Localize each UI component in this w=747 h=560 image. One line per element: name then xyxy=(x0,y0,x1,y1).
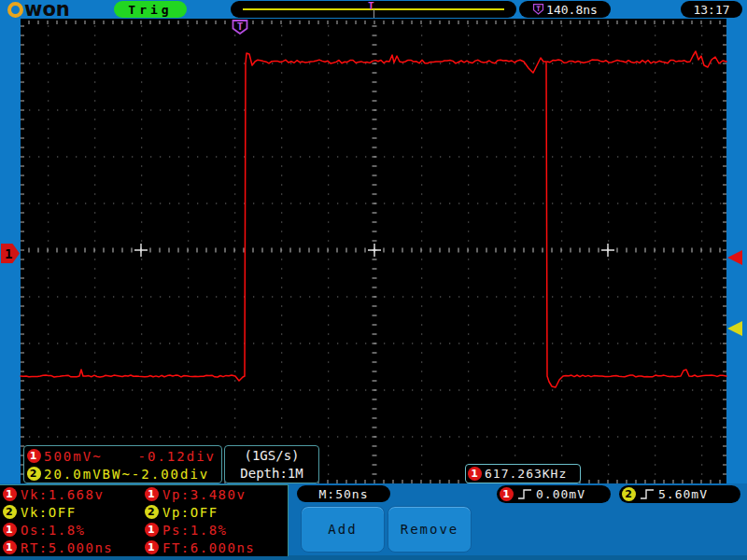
measurement-row: 2 Vk:OFF 2 Vp:OFF xyxy=(0,503,288,521)
trigger-time-readout: T 140.8ns xyxy=(519,1,611,18)
waveform-display-area xyxy=(21,19,726,483)
ch1-settings-row: 1 500mV~ -0.12div xyxy=(27,447,216,465)
ch2-trigger-level-readout: 2 5.60mV xyxy=(619,485,740,503)
svg-text:T: T xyxy=(536,5,541,13)
measurement-row: 1 Os:1.8% 1 Ps:1.8% xyxy=(0,521,288,539)
measurement-rt1: 1 RT:5.000ns xyxy=(0,539,142,556)
sample-rate: (1GS/s) xyxy=(244,447,299,465)
meas-text: Vp:3.480v xyxy=(162,487,246,502)
meas-text: Vk:1.668v xyxy=(21,487,104,502)
meas-text: Vp:OFF xyxy=(162,505,218,520)
meas-badge: 1 xyxy=(3,540,17,554)
measurement-vp1: 1 Vp:3.480v xyxy=(142,485,284,503)
ch1-badge: 1 xyxy=(27,449,41,463)
add-button[interactable]: Add xyxy=(301,506,385,553)
logo-text: won xyxy=(24,1,70,18)
meas-text: Os:1.8% xyxy=(21,523,86,538)
channel1-position-marker: 1 xyxy=(1,244,20,263)
meas-text: Vk:OFF xyxy=(21,505,77,520)
measurement-os1: 1 Os:1.8% xyxy=(0,521,142,539)
owon-logo: won xyxy=(7,0,70,19)
meas-badge: 1 xyxy=(3,487,17,501)
tl2-value: 5.60mV xyxy=(658,487,708,501)
meas-badge: 1 xyxy=(145,523,159,537)
ch1-scale: 500mV~ xyxy=(44,449,103,464)
rising-edge-icon xyxy=(517,488,532,500)
meas-badge: 1 xyxy=(3,523,17,537)
meas-badge: 1 xyxy=(145,487,159,501)
logo-o-ring-icon xyxy=(7,2,23,18)
tl1-value: 0.00mV xyxy=(536,487,585,501)
frequency-counter-box: 1 617.263KHz xyxy=(465,464,581,483)
trigger-level-arrow-icon xyxy=(727,250,742,265)
timeline-trigger-stub xyxy=(374,9,374,18)
ch2-badge: 2 xyxy=(27,467,41,481)
clock-readout: 13:17 xyxy=(681,1,742,18)
tl1-badge: 1 xyxy=(500,487,514,501)
ch1-trigger-level-readout: 1 0.00mV xyxy=(497,485,611,503)
measurement-vk2: 2 Vk:OFF xyxy=(0,503,142,521)
meas-badge: 1 xyxy=(145,540,159,554)
measurement-row: 1 Vk:1.668v 1 Vp:3.480v xyxy=(0,485,288,503)
timebase-readout: M:50ns xyxy=(297,485,390,502)
trigger-time-value: 140.8ns xyxy=(546,3,598,17)
tl2-badge: 2 xyxy=(622,487,636,501)
rising-edge-icon xyxy=(640,488,655,500)
acquisition-info-box: (1GS/s) Depth:1M xyxy=(224,445,319,483)
measurement-row: 1 RT:5.000ns 1 FT:6.000ns xyxy=(0,539,288,556)
measurement-vp2: 2 Vp:OFF xyxy=(142,503,284,521)
meas-text: RT:5.000ns xyxy=(21,540,113,555)
freq-counter-value: 617.263KHz xyxy=(485,467,567,481)
trigger-shield-icon: T xyxy=(532,3,544,16)
meas-text: FT:6.000ns xyxy=(162,540,255,555)
top-status-bar: won Trig T T 140.8ns 13:17 xyxy=(0,0,747,19)
remove-button[interactable]: Remove xyxy=(388,506,472,553)
measurements-panel: 1 Vk:1.668v 1 Vp:3.480v 2 Vk:OFF 2 Vp:OF… xyxy=(0,484,289,556)
ch2-trigger-level-arrow-icon xyxy=(727,321,742,336)
measurement-vk1: 1 Vk:1.668v xyxy=(0,485,142,503)
trigger-position-shield-icon: T xyxy=(232,20,248,35)
memory-depth: Depth:1M xyxy=(240,465,303,483)
measurement-ft1: 1 FT:6.000ns xyxy=(142,539,284,556)
meas-text: Ps:1.8% xyxy=(162,523,228,538)
meas-badge: 2 xyxy=(145,505,159,519)
meas-badge: 2 xyxy=(3,505,17,519)
ch1-position: -0.12div xyxy=(138,449,216,464)
channel-settings-box: 1 500mV~ -0.12div 2 20.0mVBW~-2.00div xyxy=(23,445,222,483)
ch2-scale-position: 20.0mVBW~-2.00div xyxy=(44,467,209,482)
svg-text:T: T xyxy=(237,21,244,33)
ch2-settings-row: 2 20.0mVBW~-2.00div xyxy=(27,465,216,483)
trigger-status-badge: Trig xyxy=(114,1,187,18)
oscilloscope-screen: { "header": { "logo_text": "won", "statu… xyxy=(0,0,747,560)
freq-counter-channel-badge: 1 xyxy=(468,467,482,481)
measurement-ps1: 1 Ps:1.8% xyxy=(142,521,284,539)
